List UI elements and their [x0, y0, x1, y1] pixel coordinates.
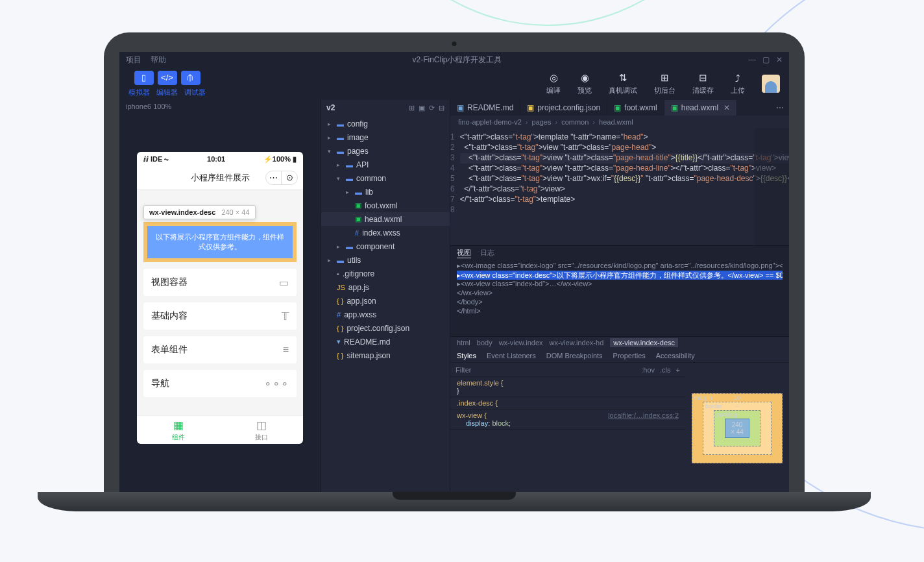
tree-node[interactable]: #index.wxss [321, 226, 450, 239]
toolbar-preview[interactable]: ◉预览 [578, 72, 592, 95]
tab-close-icon[interactable]: ✕ [723, 103, 730, 112]
tree-node[interactable]: { }app.json [321, 294, 450, 308]
toolbar-remote-debug[interactable]: ⇅真机调试 [609, 72, 637, 95]
devtools-tab[interactable]: Properties [613, 352, 646, 360]
styles-panel[interactable]: Filter :hov .cls + element.style {}.inde… [450, 363, 685, 493]
dom-tab-log[interactable]: 日志 [480, 248, 494, 258]
code-line[interactable]: <"t-attr">class="t-tag">view "t-attr">cl… [460, 153, 789, 164]
capsule-close-icon[interactable]: ⊙ [282, 171, 297, 184]
tabbar-item[interactable]: ▦组件 [137, 416, 220, 444]
tree-node[interactable]: ▪.gitignore [321, 267, 450, 280]
new-folder-icon[interactable]: ▣ [419, 104, 425, 112]
new-file-icon[interactable]: ⊞ [409, 104, 415, 112]
crumb-item[interactable]: head.wxml [599, 118, 633, 126]
style-rule[interactable]: wx-view {localfile:/…index.css:2display:… [450, 409, 685, 430]
toolbar-upload[interactable]: ⤴上传 [731, 73, 745, 95]
editor-tab[interactable]: ▣head.wxml✕ [664, 100, 737, 116]
hov-toggle[interactable]: :hov [641, 366, 655, 374]
code-lines[interactable]: <"t-attr">class="t-tag">template "t-attr… [460, 128, 789, 245]
toolbar-background[interactable]: ⊞切后台 [654, 72, 675, 95]
tab-more-icon[interactable]: ⋯ [771, 100, 789, 116]
close-icon[interactable]: ✕ [776, 55, 783, 64]
code-line[interactable] [460, 205, 789, 215]
maximize-icon[interactable]: ▢ [762, 55, 770, 64]
tree-node[interactable]: ▸▬lib [321, 185, 450, 199]
code-line[interactable]: <"t-attr">class="t-tag">view "t-attr">cl… [460, 164, 789, 174]
menu-help[interactable]: 帮助 [151, 55, 166, 66]
dom-tab-view[interactable]: 视图 [457, 248, 471, 258]
code-line[interactable]: </"t-attr">class="t-tag">view> [460, 184, 789, 195]
crumb-item[interactable]: pages [532, 118, 552, 126]
minimize-icon[interactable]: — [748, 55, 756, 64]
minimap[interactable] [754, 128, 789, 245]
menu-project[interactable]: 项目 [126, 55, 141, 66]
list-item[interactable]: 表单组件≡ [143, 336, 297, 363]
dom-node[interactable]: ▸<wx-view class="index-bd">…</wx-view> [457, 280, 783, 289]
code-editor[interactable]: 12345678 <"t-attr">class="t-tag">templat… [450, 128, 789, 245]
code-line[interactable]: <"t-attr">class="t-tag">view "t-attr">cl… [460, 143, 789, 153]
tree-node[interactable]: ▸▬utils [321, 253, 450, 267]
dev-crumb-item[interactable]: wx-view.index [499, 339, 543, 347]
tree-node[interactable]: ▾▬common [321, 171, 450, 185]
tree-node[interactable]: JSapp.js [321, 280, 450, 294]
styles-filter-input[interactable]: Filter [456, 366, 471, 374]
dev-crumb-item[interactable]: html [457, 339, 470, 347]
capsule-button[interactable]: ⋯ ⊙ [265, 171, 298, 185]
dom-node[interactable]: </wx-view> [457, 289, 783, 298]
dom-node[interactable]: ▸<wx-image class="index-logo" src="../re… [457, 262, 783, 271]
tree-node[interactable]: { }sitemap.json [321, 348, 450, 362]
highlighted-element[interactable]: 以下将展示小程序官方组件能力，组件样式仅供参考。 [143, 222, 297, 262]
tree-node[interactable]: ▸▬config [321, 117, 450, 130]
toolbar-clear-cache[interactable]: ⊟清缓存 [692, 72, 714, 95]
crumb-item[interactable]: fino-applet-demo-v2 [458, 118, 522, 126]
file-tree[interactable]: ▸▬config▸▬image▾▬pages▸▬API▾▬common▸▬lib… [321, 116, 450, 493]
toolbar-compile[interactable]: ◎编译 [546, 72, 561, 95]
dev-crumb-item[interactable]: wx-view.index-hd [550, 339, 604, 347]
avatar[interactable] [762, 75, 780, 93]
simulator-device-label[interactable]: iphone6 100% [119, 100, 321, 113]
devtools-crumb[interactable]: htmlbodywx-view.indexwx-view.index-hdwx-… [450, 337, 789, 348]
code-line[interactable]: <"t-attr">class="t-tag">template "t-attr… [460, 132, 789, 143]
tree-node[interactable]: ▾README.md [321, 335, 450, 348]
view-tab-simulator[interactable]: ▯ [134, 71, 154, 85]
view-tab-debugger[interactable]: ⫛ [181, 71, 201, 85]
phone-content[interactable]: wx-view.index-desc 240 × 44 以下将展示小程序官方组件… [137, 189, 303, 415]
style-rule[interactable]: element.style {} [450, 377, 685, 397]
dom-node[interactable]: ▸<wx-view class="index-desc">以下将展示小程序官方组… [457, 271, 783, 280]
list-item[interactable]: 导航⚬⚬⚬ [143, 370, 297, 397]
tree-root-name[interactable]: v2 [326, 103, 335, 112]
list-item[interactable]: 基础内容𝕋 [143, 302, 297, 330]
tree-node[interactable]: ▸▬API [321, 158, 450, 171]
dev-crumb-item[interactable]: body [477, 339, 492, 347]
devtools-tab[interactable]: Accessibility [656, 352, 695, 360]
editor-tab[interactable]: ▣README.md [450, 100, 520, 116]
devtools-tab[interactable]: DOM Breakpoints [546, 352, 603, 360]
list-item[interactable]: 视图容器▭ [143, 269, 297, 296]
cls-toggle[interactable]: .cls [660, 366, 671, 374]
dom-node[interactable]: </body> [457, 298, 783, 307]
tree-node[interactable]: ▣foot.wxml [321, 199, 450, 212]
devtools-tab[interactable]: Styles [457, 352, 476, 360]
collapse-icon[interactable]: ⊟ [439, 104, 444, 112]
crumb-item[interactable]: common [561, 118, 589, 126]
code-line[interactable]: </"t-attr">class="t-tag">template> [460, 195, 789, 205]
tree-node[interactable]: #app.wxss [321, 308, 450, 321]
dev-crumb-item[interactable]: wx-view.index-desc [610, 338, 678, 347]
breadcrumb[interactable]: fino-applet-demo-v2›pages›common›head.wx… [450, 116, 789, 128]
view-tab-editor[interactable]: </> [158, 71, 177, 85]
add-rule-icon[interactable]: + [676, 366, 680, 374]
editor-tab[interactable]: ▣foot.wxml [607, 100, 664, 116]
capsule-menu-icon[interactable]: ⋯ [266, 171, 282, 184]
devtools-tab[interactable]: Event Listeners [487, 352, 536, 360]
tabbar-item[interactable]: ◫接口 [220, 416, 303, 444]
refresh-icon[interactable]: ⟳ [429, 104, 435, 112]
tree-node[interactable]: ▸▬component [321, 239, 450, 253]
editor-tab[interactable]: ▣project.config.json [520, 100, 607, 116]
code-line[interactable]: <"t-attr">class="t-tag">view "t-attr">wx… [460, 174, 789, 184]
tree-node[interactable]: ▾▬pages [321, 144, 450, 158]
tree-node[interactable]: { }project.config.json [321, 321, 450, 335]
tree-node[interactable]: ▸▬image [321, 130, 450, 144]
dom-tree[interactable]: ▸<wx-image class="index-logo" src="../re… [450, 260, 789, 317]
dom-node[interactable]: </html> [457, 307, 783, 316]
tree-node[interactable]: ▣head.wxml [321, 212, 450, 226]
